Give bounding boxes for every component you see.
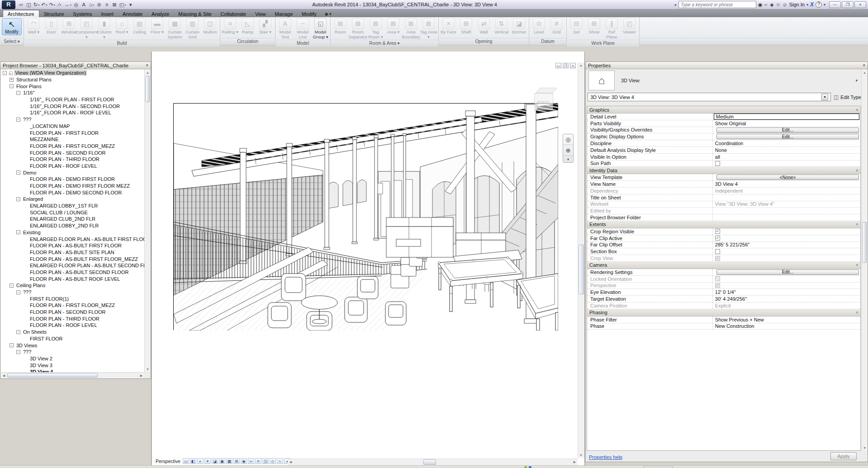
tree-item-enlarged-floor-plan-as-built-first-floor[interactable]: ENLARGED FLOOR PLAN - AS-BUILT FIRST FLO… (1, 236, 144, 242)
communication-center-icon[interactable]: ◈ (770, 2, 773, 8)
collapse-icon[interactable]: - (9, 284, 14, 288)
zoom-icon[interactable]: ⊕ (563, 145, 573, 156)
exchange-apps-icon[interactable]: X (810, 1, 814, 8)
tree-item-floor-plan-first-floor[interactable]: FLOOR PLAN - FIRST FLOOR (1, 129, 144, 136)
prop-value-sun-path[interactable] (713, 161, 860, 167)
wall-button[interactable]: ⇄Wall (475, 18, 493, 35)
viewcube-right-face[interactable]: RIGHT (534, 93, 553, 110)
project-browser-hscrollbar[interactable]: ◀ ▶ (1, 372, 144, 378)
scroll-thumb[interactable] (145, 76, 150, 102)
search-input[interactable] (678, 1, 756, 8)
tab-manage[interactable]: Manage (270, 10, 298, 17)
tree-item-social-club-lounge[interactable]: SOCIAL CLUB / LOUNGE (1, 209, 144, 216)
prop-value-crop-view[interactable]: ✓ (713, 255, 860, 261)
visibility-graphics-overrides-button[interactable]: Edit... (716, 128, 859, 133)
tag-by-category-icon[interactable]: ◎ (72, 1, 80, 9)
type-selector-dropdown-icon[interactable]: ▾ (821, 94, 828, 100)
tree-item-1-16[interactable]: -1/16" (1, 90, 144, 96)
crop-region-visible-checkbox[interactable]: ✓ (715, 229, 720, 234)
prop-value-visibility-graphics-overrides[interactable]: Edit... (713, 127, 860, 133)
collapse-icon[interactable]: - (3, 71, 7, 75)
scroll-down-icon[interactable]: ▼ (862, 445, 868, 451)
dormer-button[interactable]: ◪Dormer (510, 18, 528, 35)
prop-value-far-clip-offset[interactable]: 285' 5 221/256" (713, 242, 860, 248)
show-button[interactable]: ⊞Show (585, 18, 603, 35)
project-browser-vscrollbar[interactable]: ▲ ▼ (144, 70, 150, 372)
scroll-up-icon[interactable]: ▲ (578, 62, 584, 68)
collapse-icon[interactable]: - (9, 84, 14, 88)
sign-in-dropdown-icon[interactable]: ▾ (806, 3, 808, 7)
scroll-up-icon[interactable]: ▲ (862, 70, 868, 76)
sync-with-central-icon-menu[interactable]: ▾ (38, 3, 39, 6)
collapse-chevron-icon[interactable]: « (854, 169, 859, 171)
prop-value-visible-in-option[interactable]: all (713, 154, 860, 160)
view-scale-icon[interactable]: ▭ (183, 458, 189, 464)
redo-icon[interactable]: ↷▾ (48, 1, 56, 9)
railing-button[interactable]: ≡Railing ▾ (221, 18, 239, 35)
tab-analyze[interactable]: Analyze (147, 10, 174, 17)
model-group-button[interactable]: ◱Model Group ▾ (312, 18, 329, 39)
view-restore-icon[interactable]: ❒ (563, 63, 569, 68)
view-template-button[interactable]: <None> (716, 175, 859, 180)
crop-region[interactable] (173, 103, 558, 330)
section-header-extents[interactable]: Extents« (587, 221, 860, 228)
tree-item-floor-plans[interactable]: -Floor Plans (1, 83, 144, 90)
component-button[interactable]: ◰Component ▾ (78, 18, 95, 39)
prop-value-graphic-display-options[interactable]: Edit... (713, 133, 860, 140)
scroll-down-icon[interactable]: ▼ (578, 452, 584, 458)
subscription-key-icon[interactable]: ⌐ (765, 2, 768, 8)
modify-button[interactable]: ↖ Modify (2, 18, 22, 35)
panel-label-room-area[interactable]: Room & Area ▾ (331, 40, 438, 47)
collapse-chevron-icon[interactable]: « (854, 312, 859, 314)
expand-icon[interactable]: + (9, 78, 14, 82)
prop-value-parts-visibility[interactable]: Show Original (713, 120, 860, 127)
set-button[interactable]: ⊟Set (568, 18, 585, 35)
close-hidden-windows-icon[interactable]: ⊠ (111, 1, 119, 9)
text-icon[interactable]: A (80, 1, 88, 9)
prop-value-default-analysis-display-style[interactable]: None (713, 147, 860, 153)
scroll-left-icon[interactable]: ◀ (288, 459, 294, 465)
thin-lines-icon[interactable]: ≡ (103, 1, 111, 9)
tree-item-floor-plan-roof-level[interactable]: FLOOR PLAN - ROOF LEVEL (1, 322, 144, 329)
prop-value-target-elevation[interactable]: 30' 4 249/256" (713, 296, 860, 302)
section-header-camera[interactable]: Camera« (587, 262, 860, 269)
view-scale-label[interactable]: Perspective (156, 459, 180, 464)
section-icon[interactable]: ⊘ (95, 1, 103, 9)
tree-item-floor-plan-second-floor[interactable]: FLOOR PLAN - SECOND FLOOR (1, 309, 144, 316)
help-icon[interactable]: ? (816, 1, 822, 8)
crop-view-icon[interactable]: ▦ (226, 458, 232, 464)
collapse-icon[interactable]: - (16, 330, 20, 334)
favorites-star-icon[interactable]: ☆ (776, 2, 781, 8)
tree-item-first-floor[interactable]: FIRST FLOOR (1, 336, 144, 342)
temporary-view-properties-icon[interactable]: ◇ (270, 458, 276, 464)
tree-item-location-map[interactable]: _LOCATION MAP (1, 123, 144, 130)
room-button[interactable]: ⊠Room (332, 18, 349, 35)
curtain-system-button[interactable]: ▦Curtain System (166, 18, 184, 39)
tree-item-enlarged-floor-plan-as-built-second-floor[interactable]: ENLARGED FLOOR PLAN - AS-BUILT SECOND FL… (1, 262, 144, 269)
prop-value-eye-elevation[interactable]: 12' 0 1/4" (713, 289, 860, 295)
tab-annotate[interactable]: Annotate (118, 10, 147, 17)
status-filter-box[interactable] (644, 466, 673, 468)
prop-value-edited-by[interactable] (713, 208, 860, 214)
tree-item-1-16-floor-plan-first-floor[interactable]: 1/16"_ FLOOR PLAN - FIRST FLOOR (1, 96, 144, 103)
rendering-dialog-icon[interactable]: ▣ (219, 458, 225, 464)
tab-collaborate[interactable]: Collaborate (216, 10, 251, 17)
tree-item-floor-plan-third-floor[interactable]: FLOOR PLAN - THIRD FLOOR (1, 315, 144, 322)
prop-value-workset[interactable]: View "3D View: 3D View 4" (713, 201, 860, 208)
tab-massing-site[interactable]: Massing & Site (174, 10, 216, 17)
properties-close-icon[interactable]: × (863, 63, 865, 68)
tree-item-mezzanine[interactable]: MEZZANINE (1, 136, 144, 143)
canvas-vscrollbar[interactable]: ▲ ▼ (578, 62, 584, 458)
prop-value-dependency[interactable]: Independent (713, 188, 860, 194)
grid-button[interactable]: #Grid (548, 18, 565, 35)
aligned-dimension-icon[interactable]: ↔▾ (64, 1, 72, 9)
collapse-icon[interactable]: - (9, 343, 14, 347)
viewcube-top-face[interactable] (536, 88, 557, 93)
detail-level-icon[interactable]: ◧ (190, 458, 196, 464)
tree-item-floor-plan-first-floor-mezz[interactable]: FLOOR PLAN - FIRST FLOOR_MEZZ (1, 143, 144, 150)
tab-systems[interactable]: Systems (68, 10, 96, 17)
ramp-button[interactable]: ◺Ramp (239, 18, 256, 35)
vertical-button[interactable]: ⇅Vertical (493, 18, 510, 35)
default-3d-view-icon[interactable]: ⌂▾ (88, 1, 95, 9)
panel-label-model[interactable]: Model (275, 40, 330, 47)
